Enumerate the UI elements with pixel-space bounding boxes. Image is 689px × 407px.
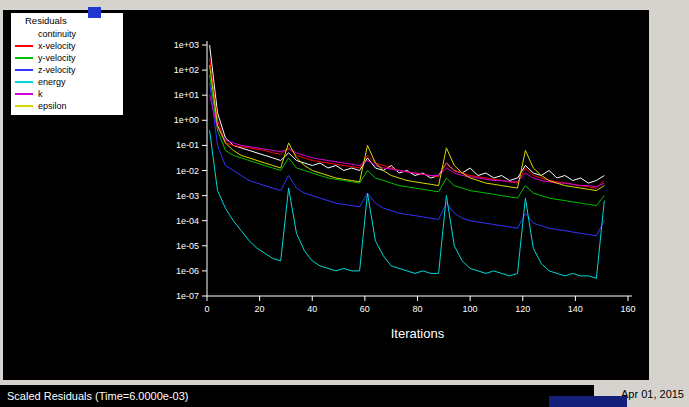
background-window-fragment-bottom <box>549 396 627 407</box>
svg-text:1e-05: 1e-05 <box>176 241 199 251</box>
svg-text:120: 120 <box>515 304 530 314</box>
legend-item: continuity <box>11 28 123 40</box>
svg-text:1e-04: 1e-04 <box>176 216 199 226</box>
legend-swatch <box>15 57 33 59</box>
svg-text:1e+00: 1e+00 <box>174 115 199 125</box>
svg-text:60: 60 <box>360 304 370 314</box>
svg-text:Iterations: Iterations <box>391 326 445 341</box>
legend-item-label: x-velocity <box>38 41 76 51</box>
svg-text:1e+03: 1e+03 <box>174 40 199 50</box>
legend-item-label: epsilon <box>38 101 67 111</box>
svg-text:1e-07: 1e-07 <box>176 291 199 301</box>
legend-item: x-velocity <box>11 40 123 52</box>
background-window-fragment-top <box>88 7 101 18</box>
legend-item-label: y-velocity <box>38 53 76 63</box>
svg-text:80: 80 <box>412 304 422 314</box>
legend-item-label: z-velocity <box>38 65 76 75</box>
legend-item-label: continuity <box>38 29 76 39</box>
legend-swatch <box>15 69 33 71</box>
svg-text:140: 140 <box>568 304 583 314</box>
legend-item: k <box>11 88 123 100</box>
legend: Residuals continuity x-velocity y-veloci… <box>10 12 124 116</box>
svg-text:160: 160 <box>620 304 635 314</box>
svg-text:1e-03: 1e-03 <box>176 191 199 201</box>
legend-swatch <box>15 105 33 107</box>
svg-text:1e-02: 1e-02 <box>176 166 199 176</box>
svg-text:1e-06: 1e-06 <box>176 266 199 276</box>
svg-text:1e+01: 1e+01 <box>174 90 199 100</box>
svg-text:1e-01: 1e-01 <box>176 140 199 150</box>
svg-text:100: 100 <box>463 304 478 314</box>
legend-item-label: energy <box>38 77 66 87</box>
footer-caption: Scaled Residuals (Time=6.0000e-03) <box>7 390 189 402</box>
legend-swatch <box>15 81 33 83</box>
svg-text:20: 20 <box>255 304 265 314</box>
legend-item: z-velocity <box>11 64 123 76</box>
legend-swatch <box>15 45 33 47</box>
footer-bar: Scaled Residuals (Time=6.0000e-03) <box>0 385 594 407</box>
legend-item: energy <box>11 76 123 88</box>
date-label: Apr 01, 2015 <box>621 388 684 400</box>
legend-swatch <box>15 93 33 95</box>
svg-text:1e+02: 1e+02 <box>174 65 199 75</box>
legend-item-label: k <box>38 89 43 99</box>
svg-text:40: 40 <box>307 304 317 314</box>
legend-item: y-velocity <box>11 52 123 64</box>
legend-title: Residuals <box>11 15 123 26</box>
legend-swatch <box>15 33 33 35</box>
fluent-graphics-window: 1e+031e+021e+011e+001e-011e-021e-031e-04… <box>0 0 689 407</box>
svg-text:0: 0 <box>204 304 209 314</box>
legend-item: epsilon <box>11 100 123 112</box>
